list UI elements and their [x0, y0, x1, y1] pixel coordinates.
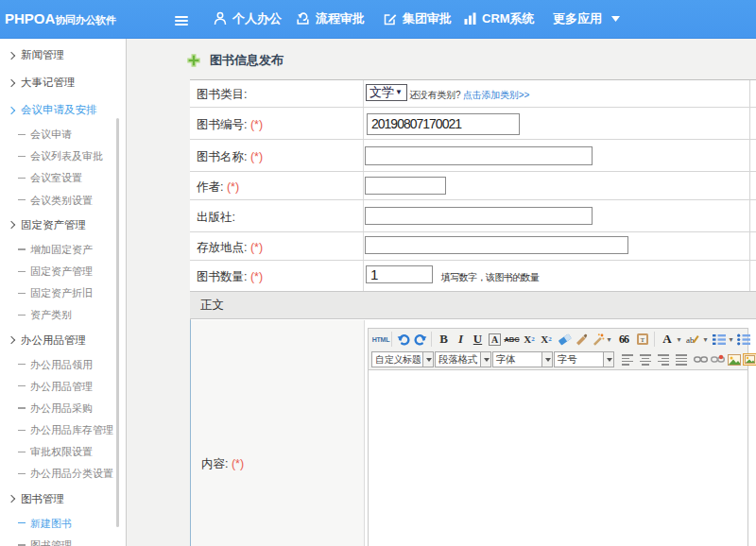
- svg-text:ab: ab: [686, 335, 695, 345]
- svg-text:T: T: [640, 336, 644, 344]
